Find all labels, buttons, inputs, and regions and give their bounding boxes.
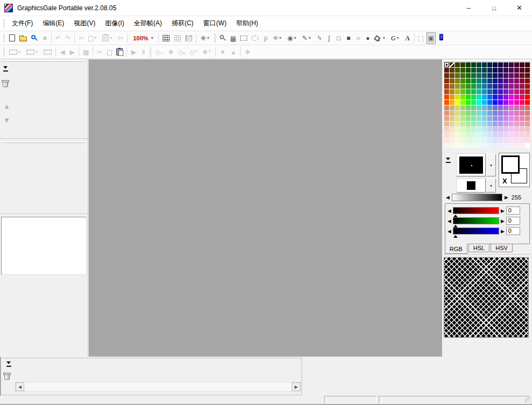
palette-cell[interactable] bbox=[471, 89, 476, 94]
palette-cell[interactable] bbox=[509, 100, 514, 105]
red-slider[interactable] bbox=[453, 207, 499, 214]
palette-cell[interactable] bbox=[482, 105, 487, 110]
palette-cell[interactable] bbox=[487, 62, 492, 67]
palette-cell[interactable] bbox=[520, 111, 524, 116]
palette-cell[interactable] bbox=[493, 132, 498, 137]
palette-cell[interactable] bbox=[498, 84, 503, 89]
palette-cell[interactable] bbox=[493, 138, 498, 143]
palette-cell[interactable] bbox=[477, 62, 481, 67]
fill-bucket-button[interactable]: ▾ bbox=[373, 32, 388, 44]
palette-cell[interactable] bbox=[460, 100, 465, 105]
palette-cell[interactable] bbox=[487, 116, 492, 121]
resize-grip[interactable] bbox=[524, 397, 531, 403]
frame-properties-button[interactable]: ▦ bbox=[81, 46, 90, 58]
palette-cell[interactable] bbox=[493, 84, 498, 89]
palette-cell[interactable] bbox=[471, 100, 476, 105]
palette-cell[interactable] bbox=[503, 116, 508, 121]
foreground-background-indicator[interactable]: X bbox=[499, 153, 530, 187]
palette-cell[interactable] bbox=[514, 143, 519, 148]
palette-cell[interactable] bbox=[498, 62, 503, 67]
red-value-field[interactable]: 0 bbox=[506, 207, 520, 215]
palette-cell[interactable] bbox=[455, 89, 460, 94]
palette-cell[interactable] bbox=[509, 84, 514, 89]
palette-cell[interactable] bbox=[455, 95, 460, 100]
minimize-button[interactable]: ─ bbox=[456, 0, 481, 16]
palette-cell[interactable] bbox=[520, 143, 524, 148]
palette-cell[interactable] bbox=[466, 79, 471, 83]
show-halfgrid-button[interactable] bbox=[172, 32, 183, 44]
save-button[interactable]: ■ bbox=[40, 32, 49, 44]
palette-cell[interactable] bbox=[493, 122, 498, 126]
palette-cell[interactable] bbox=[503, 127, 508, 132]
save-palette-button[interactable] bbox=[446, 157, 451, 163]
palette-cell[interactable] bbox=[514, 84, 519, 89]
palette-cell[interactable] bbox=[471, 68, 476, 73]
zoom-tool-button[interactable] bbox=[218, 32, 228, 44]
palette-cell[interactable] bbox=[509, 105, 514, 110]
green-decrease-arrow[interactable]: ◀ bbox=[447, 218, 451, 224]
delete-frame-trash-button[interactable] bbox=[3, 80, 8, 87]
dropdown-arrow-icon[interactable]: ▾ bbox=[36, 49, 39, 54]
palette-cell[interactable] bbox=[509, 116, 514, 121]
palette-cell[interactable] bbox=[482, 84, 487, 89]
palette-cell[interactable] bbox=[525, 143, 530, 148]
palette-cell[interactable] bbox=[444, 89, 449, 94]
palette-cell[interactable] bbox=[525, 116, 530, 121]
palette-cell[interactable] bbox=[525, 111, 530, 116]
palette-cell[interactable] bbox=[525, 127, 530, 132]
palette-cell[interactable] bbox=[482, 116, 487, 121]
palette-cell[interactable] bbox=[444, 84, 449, 89]
palette-cell[interactable] bbox=[471, 143, 476, 148]
palette-cell[interactable] bbox=[514, 79, 519, 83]
select-rect-button[interactable] bbox=[239, 32, 249, 44]
palette-cell[interactable] bbox=[520, 116, 524, 121]
palette-cell[interactable] bbox=[466, 127, 471, 132]
dropdown-arrow-icon[interactable]: ▾ bbox=[294, 35, 298, 40]
dropdown-arrow-icon[interactable]: ▾ bbox=[151, 35, 155, 40]
layer-down-button[interactable]: ▼ bbox=[218, 46, 228, 58]
palette-cell[interactable] bbox=[487, 127, 492, 132]
palette-cell[interactable] bbox=[450, 100, 454, 105]
palette-cell[interactable] bbox=[466, 100, 471, 105]
palette-cell[interactable] bbox=[503, 73, 508, 78]
layer-up-button[interactable]: ▲ bbox=[228, 46, 238, 58]
palette-cell[interactable] bbox=[460, 132, 465, 137]
redo-button[interactable]: ↷ bbox=[64, 32, 72, 44]
palette-cell[interactable] bbox=[482, 79, 487, 83]
timeline-trash-button[interactable] bbox=[4, 372, 10, 380]
palette-cell[interactable] bbox=[450, 138, 454, 143]
palette-cell[interactable] bbox=[466, 143, 471, 148]
palette-cell[interactable] bbox=[444, 79, 449, 83]
panel-splitter[interactable] bbox=[444, 60, 530, 62]
palette-cell[interactable] bbox=[444, 62, 449, 67]
palette-cell[interactable] bbox=[444, 100, 449, 105]
palette-cell[interactable] bbox=[509, 138, 514, 143]
palette-cell[interactable] bbox=[520, 95, 524, 100]
palette-cell[interactable] bbox=[503, 95, 508, 100]
palette-cell[interactable] bbox=[509, 127, 514, 132]
palette-cell[interactable] bbox=[525, 89, 530, 94]
palette-cell[interactable] bbox=[498, 100, 503, 105]
palette-cell[interactable] bbox=[514, 95, 519, 100]
panel-splitter[interactable] bbox=[2, 141, 86, 143]
palette-cell[interactable] bbox=[450, 132, 454, 137]
palette-cell[interactable] bbox=[471, 132, 476, 137]
palette-cell[interactable] bbox=[514, 68, 519, 73]
palette-cell[interactable] bbox=[450, 105, 454, 110]
blue-decrease-arrow[interactable]: ◀ bbox=[447, 229, 451, 234]
undo-button[interactable]: ↶ bbox=[54, 32, 62, 44]
palette-cell[interactable] bbox=[466, 111, 471, 116]
palette-cell[interactable] bbox=[450, 127, 454, 132]
browse-button[interactable] bbox=[30, 32, 39, 44]
panel-splitter[interactable] bbox=[2, 60, 86, 62]
palette-cell[interactable] bbox=[520, 89, 524, 94]
palette-cell[interactable] bbox=[477, 89, 481, 94]
palette-cell[interactable] bbox=[493, 73, 498, 78]
palette-cell[interactable] bbox=[498, 68, 503, 73]
palette-cell[interactable] bbox=[471, 122, 476, 126]
palette-cell[interactable] bbox=[471, 62, 476, 67]
palette-cell[interactable] bbox=[460, 122, 465, 126]
palette-cell[interactable] bbox=[503, 138, 508, 143]
rect-outline-button[interactable]: □ bbox=[334, 32, 343, 44]
palette-cell[interactable] bbox=[514, 100, 519, 105]
